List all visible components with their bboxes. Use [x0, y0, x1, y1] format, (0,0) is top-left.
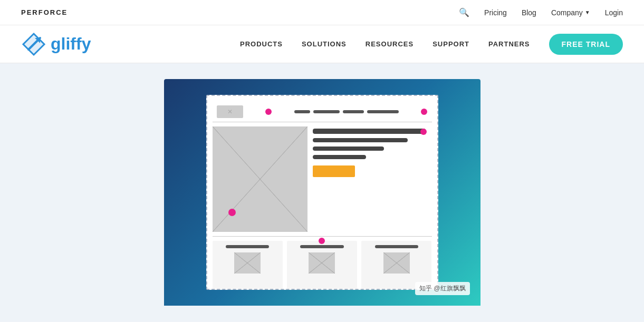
- free-trial-button[interactable]: FREE TRIAL: [549, 34, 623, 55]
- wf-title-line: [313, 129, 426, 134]
- wf-footer-card-1: [213, 241, 283, 289]
- wf-footer-dot: [319, 238, 325, 244]
- wf-nav-line-4: [367, 110, 399, 113]
- pricing-link[interactable]: Pricing: [484, 8, 507, 17]
- wf-dot-1: [265, 109, 272, 115]
- nav-partners[interactable]: PARTNERS: [488, 40, 530, 48]
- wf-nav-line-2: [313, 110, 340, 113]
- gliffy-logo-icon: [21, 32, 46, 57]
- wf-content-dot: [420, 129, 427, 135]
- top-bar: PERFORCE 🔍 Pricing Blog Company ▼ Login: [0, 0, 644, 25]
- wf-nav-line-3: [343, 110, 364, 113]
- wf-nav-line-1: [294, 110, 310, 113]
- perforce-brand: PERFORCE: [21, 8, 68, 16]
- nav-support[interactable]: SUPPORT: [432, 40, 469, 48]
- wf-dot-2: [421, 109, 427, 115]
- nav-resources[interactable]: RESOURCES: [366, 40, 414, 48]
- wf-cta-button: [313, 165, 355, 177]
- watermark: 知乎 @红旗飘飘: [415, 282, 470, 295]
- wf-footer: [213, 236, 432, 289]
- chevron-down-icon: ▼: [585, 9, 590, 15]
- search-icon[interactable]: 🔍: [459, 7, 469, 17]
- wf-nav-lines: [294, 110, 399, 113]
- main-nav-links: PRODUCTS SOLUTIONS RESOURCES SUPPORT PAR…: [240, 34, 623, 55]
- hero-section: 知乎 @红旗飘飘: [0, 63, 644, 321]
- wf-footer-line-1: [226, 245, 269, 248]
- company-link[interactable]: Company ▼: [551, 8, 590, 17]
- wf-line-4: [313, 155, 367, 159]
- login-link[interactable]: Login: [605, 8, 623, 17]
- nav-solutions[interactable]: SOLUTIONS: [302, 40, 347, 48]
- wf-footer-img-2: [309, 252, 335, 274]
- gliffy-logo-text: gliffy: [51, 34, 91, 54]
- wf-line-3: [313, 147, 385, 151]
- wf-body: [213, 126, 432, 232]
- wf-footer-img-3: [383, 252, 410, 274]
- gliffy-logo[interactable]: gliffy: [21, 32, 91, 57]
- hero-image: 知乎 @红旗飘飘: [164, 79, 480, 306]
- nav-products[interactable]: PRODUCTS: [240, 40, 283, 48]
- blog-link[interactable]: Blog: [522, 8, 536, 17]
- wf-line-2: [313, 138, 408, 142]
- wf-footer-card-2: [287, 241, 357, 289]
- wf-top-bar: [213, 101, 432, 122]
- wf-footer-img-1: [234, 252, 261, 274]
- main-nav: gliffy PRODUCTS SOLUTIONS RESOURCES SUPP…: [0, 25, 644, 63]
- top-bar-nav: 🔍 Pricing Blog Company ▼ Login: [459, 7, 623, 17]
- wf-footer-line-3: [375, 245, 418, 248]
- wf-image-dot: [228, 209, 236, 216]
- wf-image-placeholder: [213, 126, 307, 232]
- wireframe-mockup: [206, 95, 438, 290]
- wf-logo-placeholder: [217, 105, 243, 118]
- wf-footer-line-2: [300, 245, 343, 248]
- wf-content: [313, 126, 432, 232]
